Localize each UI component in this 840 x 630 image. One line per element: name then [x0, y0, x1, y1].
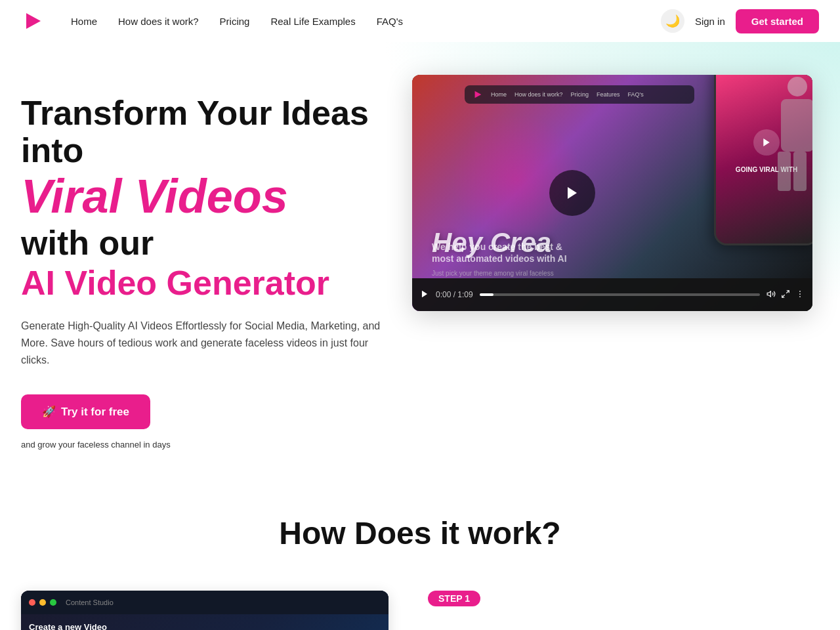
- theme-toggle-button[interactable]: 🌙: [661, 9, 684, 33]
- video-play-button[interactable]: [549, 170, 595, 216]
- hero-description: Generate High-Quality AI Videos Effortle…: [21, 318, 388, 368]
- hero-video[interactable]: Home How does it work? Pricing Features …: [412, 75, 812, 311]
- try-free-label: Try it for free: [61, 406, 129, 419]
- step1-inner: Content Studio Create a new Video Video …: [21, 591, 388, 630]
- hero-line1: Transform Your Ideas into: [21, 94, 412, 169]
- video-progress-fill: [480, 293, 494, 296]
- svg-point-9: [799, 291, 801, 292]
- nav-how[interactable]: How does it work?: [118, 16, 199, 27]
- video-controls-right: [766, 289, 805, 301]
- hero-sub-text: and grow your faceless channel in days: [21, 440, 412, 450]
- step1-body: Create a new Video Video Length Start Pr…: [21, 614, 388, 630]
- svg-line-8: [782, 295, 785, 297]
- nav-pricing[interactable]: Pricing: [220, 16, 250, 27]
- svg-point-10: [799, 293, 801, 295]
- svg-marker-2: [475, 91, 482, 98]
- video-frame: Home How does it work? Pricing Features …: [412, 75, 812, 311]
- phone-screen: GOING VIRAL WITH: [716, 75, 812, 243]
- nav-faqs[interactable]: FAQ's: [377, 16, 403, 27]
- svg-point-11: [799, 296, 801, 297]
- video-fullscreen-button[interactable]: [781, 289, 790, 301]
- video-progress-bar[interactable]: [480, 293, 760, 296]
- dot-green: [50, 599, 56, 606]
- hero-line4: AI Video Generator: [21, 264, 412, 302]
- video-time: 0:00 / 1:09: [436, 290, 473, 299]
- hero-left: Transform Your Ideas into Viral Videos w…: [21, 81, 412, 450]
- svg-marker-5: [422, 290, 427, 297]
- step1-screenshot: Content Studio Create a new Video Video …: [21, 591, 388, 630]
- nav-reallife[interactable]: Real Life Examples: [270, 16, 355, 27]
- video-play-control[interactable]: [420, 289, 429, 301]
- how-section: How Does it work?: [0, 476, 840, 578]
- nav-right: 🌙 Sign in Get started: [661, 9, 819, 33]
- video-more-button[interactable]: [795, 289, 805, 301]
- try-free-icon: 🚀: [42, 405, 56, 419]
- svg-marker-3: [568, 187, 577, 199]
- nav-home[interactable]: Home: [71, 16, 97, 27]
- phone-mockup: GOING VIRAL WITH: [714, 75, 812, 245]
- step1-topbar: Content Studio: [21, 591, 388, 614]
- getstarted-button[interactable]: Get started: [736, 9, 819, 33]
- video-controls: 0:00 / 1:09: [412, 278, 812, 311]
- dot-red: [29, 599, 35, 606]
- svg-line-7: [786, 290, 789, 293]
- svg-marker-4: [763, 138, 769, 146]
- logo[interactable]: [21, 9, 45, 33]
- video-mute-button[interactable]: [766, 289, 776, 301]
- hero-line2: Viral Videos: [21, 172, 412, 222]
- step1-info: STEP 1: [428, 591, 480, 606]
- hero-right: Home How does it work? Pricing Features …: [412, 75, 819, 311]
- try-free-button[interactable]: 🚀 Try it for free: [21, 394, 150, 429]
- step1-title: Create a new Video: [29, 622, 381, 630]
- steps-area: Content Studio Create a new Video Video …: [0, 578, 840, 630]
- step1-app-name: Content Studio: [66, 598, 114, 606]
- hero-line3: with our: [21, 224, 412, 262]
- how-title: How Does it work?: [21, 515, 819, 551]
- svg-marker-0: [26, 13, 41, 29]
- hero-section: Transform Your Ideas into Viral Videos w…: [0, 42, 840, 476]
- dot-yellow: [39, 599, 46, 606]
- nav-links: Home How does it work? Pricing Real Life…: [71, 16, 661, 27]
- signin-button[interactable]: Sign in: [695, 16, 725, 27]
- step1-badge: STEP 1: [428, 591, 480, 606]
- navbar: Home How does it work? Pricing Real Life…: [0, 0, 840, 42]
- svg-marker-6: [767, 291, 770, 296]
